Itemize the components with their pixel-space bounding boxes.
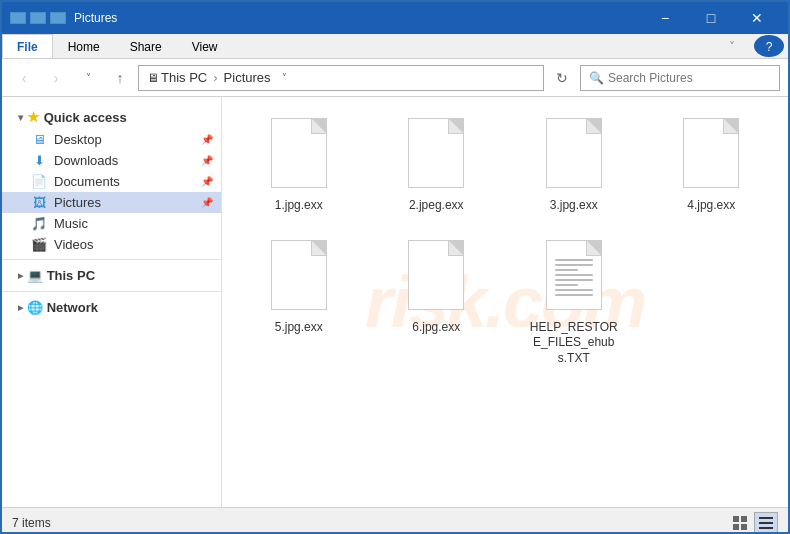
file-page-4 [683,118,739,188]
sidebar-item-music[interactable]: 🎵 Music [2,213,221,234]
file-name-1: 1.jpg.exx [275,198,323,214]
file-page-5 [271,240,327,310]
file-name-6: 6.jpg.exx [412,320,460,336]
text-line-4 [555,274,593,276]
list-item[interactable]: 2.jpeg.exx [372,109,502,223]
file-page-6 [408,240,464,310]
file-page-1 [271,118,327,188]
quick-access-label: Quick access [44,110,127,125]
address-dropdown[interactable]: ˅ [277,70,293,86]
text-line-5 [555,279,593,281]
file-icon-4 [679,118,743,194]
downloads-pin-icon: 📌 [201,155,213,166]
list-item[interactable]: 6.jpg.exx [372,231,502,376]
window-controls: − □ ✕ [642,2,780,34]
svg-rect-4 [759,517,773,519]
title-icon-1 [10,12,26,24]
list-item[interactable]: 1.jpg.exx [234,109,364,223]
status-bar: 7 items [2,507,788,534]
text-lines [555,259,593,296]
title-bar-icons [10,12,66,24]
minimize-button[interactable]: − [642,2,688,34]
list-item[interactable]: 5.jpg.exx [234,231,364,376]
file-page-7 [546,240,602,310]
file-area: risk.com 1.jpg.exx 2.jpeg.exx [222,97,788,507]
tab-share[interactable]: Share [115,34,177,58]
text-line-7 [555,289,593,291]
ribbon-help[interactable]: ? [754,35,784,57]
breadcrumb-thispc: 🖥 This PC [147,70,207,85]
sidebar-item-downloads[interactable]: ⬇ Downloads 📌 [2,150,221,171]
file-page-3 [546,118,602,188]
text-line-3 [555,269,578,271]
ribbon: File Home Share View ˅ ? [2,34,788,59]
sidebar-item-pictures[interactable]: 🖼 Pictures 📌 [2,192,221,213]
thispc-header[interactable]: ▸ 💻 This PC [2,264,221,287]
file-icon-5 [267,240,331,316]
dropdown-button[interactable]: ˅ [74,64,102,92]
thispc-icon: 💻 [27,268,43,283]
list-item[interactable]: 4.jpg.exx [647,109,777,223]
network-icon: 🌐 [27,300,43,315]
svg-rect-2 [733,524,739,530]
title-icon-3 [50,12,66,24]
list-item[interactable]: HELP_RESTORE_FILES_ehubs.TXT [509,231,639,376]
search-input[interactable] [608,71,771,85]
breadcrumb-pictures: Pictures [224,70,271,85]
grid-view-button[interactable] [728,512,752,534]
list-item[interactable]: 3.jpg.exx [509,109,639,223]
address-box[interactable]: 🖥 This PC › Pictures ˅ [138,65,544,91]
file-name-2: 2.jpeg.exx [409,198,464,214]
network-label: Network [47,300,98,315]
pictures-pin-icon: 📌 [201,197,213,208]
thispc-expand-icon: ▸ [18,270,23,281]
sidebar-divider-2 [2,291,221,292]
sidebar-item-desktop-label: Desktop [54,132,102,147]
sidebar-item-pictures-label: Pictures [54,195,101,210]
thispc-label: This PC [47,268,95,283]
sidebar-item-downloads-label: Downloads [54,153,118,168]
file-grid: 1.jpg.exx 2.jpeg.exx 3.jpg.exx [234,109,776,375]
file-page-2 [408,118,464,188]
forward-button[interactable]: › [42,64,70,92]
file-icon-3 [542,118,606,194]
documents-pin-icon: 📌 [201,176,213,187]
up-button[interactable]: ↑ [106,64,134,92]
videos-icon: 🎬 [30,237,48,252]
view-controls [728,512,778,534]
ribbon-dropdown[interactable]: ˅ [714,34,750,58]
list-view-icon [759,516,773,530]
window-title: Pictures [74,11,642,25]
file-icon-1 [267,118,331,194]
sidebar-item-music-label: Music [54,216,88,231]
file-name-3: 3.jpg.exx [550,198,598,214]
breadcrumb-sep: › [213,70,217,85]
file-icon-7 [542,240,606,316]
breadcrumb-thispc-label: This PC [161,70,207,85]
sidebar-item-videos[interactable]: 🎬 Videos [2,234,221,255]
back-button[interactable]: ‹ [10,64,38,92]
item-count: 7 items [12,516,51,530]
maximize-button[interactable]: □ [688,2,734,34]
sidebar-item-videos-label: Videos [54,237,94,252]
quick-access-header[interactable]: ▾ ★ Quick access [2,105,221,129]
sidebar-item-documents[interactable]: 📄 Documents 📌 [2,171,221,192]
list-view-button[interactable] [754,512,778,534]
sidebar-item-desktop[interactable]: 🖥 Desktop 📌 [2,129,221,150]
tab-file[interactable]: File [2,34,53,58]
text-line-2 [555,264,593,266]
refresh-button[interactable]: ↻ [548,64,576,92]
network-header[interactable]: ▸ 🌐 Network [2,296,221,319]
file-icon-2 [404,118,468,194]
tab-view[interactable]: View [177,34,233,58]
documents-icon: 📄 [30,174,48,189]
search-icon: 🔍 [589,71,604,85]
music-icon: 🎵 [30,216,48,231]
quick-access-expand-icon: ▾ [18,112,23,123]
ribbon-tabs: File Home Share View ˅ ? [2,34,788,58]
title-bar: Pictures − □ ✕ [2,2,788,34]
close-button[interactable]: ✕ [734,2,780,34]
tab-home[interactable]: Home [53,34,115,58]
search-box[interactable]: 🔍 [580,65,780,91]
file-name-4: 4.jpg.exx [687,198,735,214]
